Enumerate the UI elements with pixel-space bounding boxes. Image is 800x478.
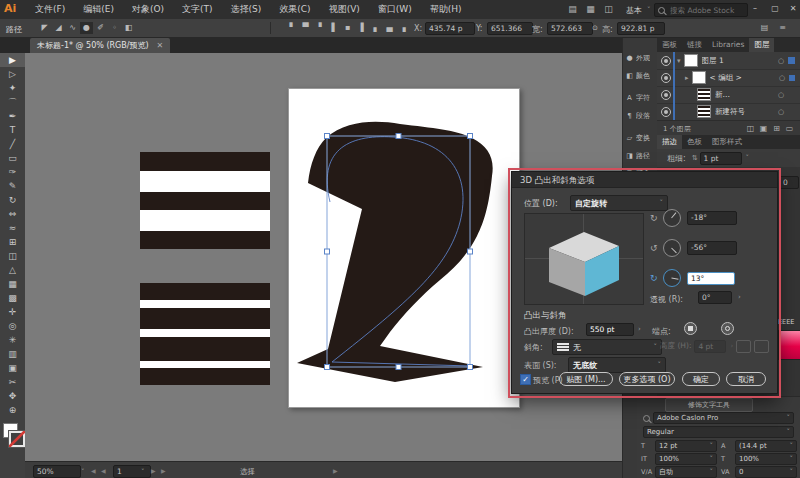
- selection-indicator[interactable]: [789, 75, 795, 81]
- target-circle-icon[interactable]: ○: [778, 57, 784, 65]
- selection-handle[interactable]: [468, 249, 473, 254]
- new-layer-icon[interactable]: ⊞: [770, 124, 783, 133]
- bevel-select[interactable]: 无 ˅: [552, 339, 662, 355]
- width-tool[interactable]: ≈: [0, 221, 25, 235]
- preview-checkbox[interactable]: ✓: [520, 374, 531, 385]
- selection-handle[interactable]: [468, 365, 473, 370]
- visibility-eye-icon[interactable]: [661, 90, 671, 100]
- direct-selection-tool[interactable]: ▷: [0, 67, 25, 81]
- make-mask-icon[interactable]: ▣: [757, 124, 770, 133]
- layer-name[interactable]: 新建符号: [715, 107, 778, 117]
- type-tool[interactable]: T: [0, 123, 25, 137]
- tab-stroke[interactable]: 描边: [657, 135, 682, 149]
- dialog-title[interactable]: 3D 凸出和斜角选项: [512, 172, 777, 188]
- first-artboard-icon[interactable]: ◀: [91, 467, 96, 474]
- target-circle-icon[interactable]: ○: [779, 74, 785, 82]
- graph-tool[interactable]: ▥: [0, 347, 25, 361]
- object-thumbnail[interactable]: [697, 88, 711, 101]
- chevron-right-icon[interactable]: ▸: [685, 74, 689, 82]
- cap-hollow-button[interactable]: [721, 322, 734, 335]
- zoom-level-select[interactable]: 50%: [33, 465, 81, 478]
- vertical-scale-select[interactable]: 100% ˅: [655, 453, 717, 465]
- stroke-weight-input[interactable]: 1 pt: [700, 152, 742, 165]
- panel-button-character[interactable]: A 字符: [623, 90, 658, 106]
- arrange-icon[interactable]: ▤: [758, 22, 771, 34]
- tab-graphic-styles[interactable]: 图形样式: [707, 135, 747, 149]
- selection-handle[interactable]: [396, 365, 401, 370]
- font-size-select[interactable]: 12 pt ˅: [655, 440, 717, 452]
- surface-select[interactable]: 无底纹 ˅: [568, 357, 666, 373]
- distribute-center-icon[interactable]: ▄: [383, 22, 396, 34]
- ok-button[interactable]: 确定: [682, 372, 720, 386]
- eyedropper-tool[interactable]: ✛: [0, 305, 25, 319]
- pencil-tool[interactable]: ✎: [0, 179, 25, 193]
- font-family-select[interactable]: Adobe Caslon Pro ˅: [653, 412, 794, 424]
- free-transform-tool[interactable]: ⊞: [0, 235, 25, 249]
- align-left-icon[interactable]: ▘: [286, 22, 299, 34]
- cancel-button[interactable]: 取消: [726, 372, 766, 386]
- panel-button-pathfinder[interactable]: ◨ 路径: [623, 148, 658, 164]
- panel-button-appearance[interactable]: ● 外观: [623, 50, 658, 66]
- width-input[interactable]: 572.663: [547, 22, 593, 35]
- align-bottom-icon[interactable]: ▐: [354, 22, 367, 34]
- horizontal-scale-select[interactable]: 100% ˅: [735, 453, 797, 465]
- visibility-eye-icon[interactable]: [661, 56, 671, 66]
- menu-effect[interactable]: 效果(C): [270, 3, 319, 16]
- touch-type-tool-button[interactable]: 修饰文字工具: [665, 398, 753, 412]
- control-panel-menu-icon[interactable]: ≡: [776, 22, 789, 34]
- rotate-y-input[interactable]: -56°: [687, 241, 737, 255]
- rotate-z-dial[interactable]: [663, 269, 681, 287]
- map-art-button[interactable]: 贴图 (M)...: [559, 372, 613, 386]
- layer-thumbnail[interactable]: [684, 54, 698, 67]
- panel-button-paragraph[interactable]: ¶ 段落: [623, 108, 658, 124]
- magic-wand-tool[interactable]: ✦: [0, 81, 25, 95]
- font-style-select[interactable]: Regular ˅: [643, 426, 794, 438]
- layer-row[interactable]: ▾ 图层 1 ○: [657, 52, 800, 70]
- document-tab[interactable]: 未标题-1* @ 50% (RGB/预览) ✕: [30, 38, 170, 53]
- handles-icon[interactable]: ∿: [66, 22, 79, 34]
- selection-handle[interactable]: [396, 134, 401, 139]
- status-menu-icon[interactable]: ▶: [333, 467, 338, 474]
- align-v-center-icon[interactable]: ▪: [341, 22, 354, 34]
- selection-handle[interactable]: [325, 134, 330, 139]
- visibility-eye-icon[interactable]: [661, 107, 671, 117]
- last-artboard-icon[interactable]: ▶: [161, 467, 166, 474]
- artboard-number-select[interactable]: 1: [113, 465, 151, 478]
- locate-object-icon[interactable]: ◫: [744, 124, 757, 133]
- tracking-select[interactable]: 0 ˅: [735, 466, 797, 478]
- hand-tool[interactable]: ✥: [0, 389, 25, 403]
- chevron-down-icon[interactable]: ▾: [677, 57, 681, 65]
- fill-swatch-icon[interactable]: ●: [80, 22, 93, 34]
- selection-handle[interactable]: [325, 365, 330, 370]
- gradient-tool[interactable]: ▩: [0, 291, 25, 305]
- slice-tool[interactable]: ✂: [0, 375, 25, 389]
- maximize-button[interactable]: ▢: [768, 2, 782, 16]
- menu-select[interactable]: 选择(S): [222, 3, 271, 16]
- minimize-button[interactable]: –: [748, 2, 762, 16]
- target-circle-icon[interactable]: ○: [778, 108, 784, 116]
- panel-button-transform[interactable]: ▱ 变换: [623, 130, 658, 146]
- striped-square-object-1[interactable]: [140, 152, 270, 249]
- layer-name[interactable]: 新…: [715, 90, 778, 100]
- style-icon[interactable]: ◧: [122, 22, 135, 34]
- selection-indicator[interactable]: [788, 57, 795, 64]
- blend-tool[interactable]: ◎: [0, 319, 25, 333]
- layer-name[interactable]: 图层 1: [702, 56, 778, 66]
- track-cube-preview[interactable]: [524, 213, 644, 305]
- y-input[interactable]: 651.366: [487, 22, 533, 35]
- constrain-proportions-icon[interactable]: ⊙: [592, 24, 598, 32]
- more-options-button[interactable]: 更多选项 (O): [619, 372, 675, 386]
- align-top-icon[interactable]: ▌: [328, 22, 341, 34]
- selection-tool[interactable]: ▶: [0, 53, 25, 67]
- cap-solid-button[interactable]: [684, 322, 697, 335]
- kerning-select[interactable]: 自动 ˅: [655, 466, 717, 478]
- target-circle-icon[interactable]: ○: [778, 91, 784, 99]
- menu-edit[interactable]: 编辑(E): [74, 3, 123, 16]
- prev-artboard-icon[interactable]: ◀: [101, 467, 106, 474]
- gpu-performance-icon[interactable]: ◫: [601, 3, 616, 16]
- rotate-x-input[interactable]: -18°: [687, 211, 737, 225]
- paintbrush-tool[interactable]: ✑: [0, 165, 25, 179]
- distribute-right-icon[interactable]: ▗: [396, 22, 409, 34]
- line-tool[interactable]: ╱: [0, 137, 25, 151]
- opacity-icon[interactable]: ◦: [108, 22, 121, 34]
